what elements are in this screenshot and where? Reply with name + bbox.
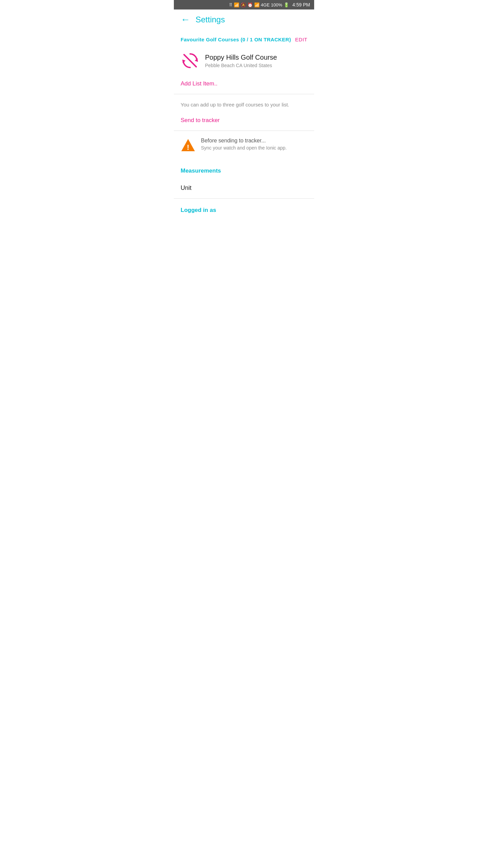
send-to-tracker-button[interactable]: Send to tracker <box>174 112 314 131</box>
course-location: Pebble Beach CA United States <box>205 63 307 68</box>
favourite-courses-section-header: Favourite Golf Courses (0 / 1 ON TRACKER… <box>174 30 314 46</box>
page-title: Settings <box>196 15 225 24</box>
status-icons: ⠿ 📶 🔕 ⏰ 📶 4GE 100% 🔋 <box>229 2 289 7</box>
golf-course-info-text: You can add up to three golf courses to … <box>174 94 314 112</box>
favourite-courses-title: Favourite Golf Courses (0 / 1 ON TRACKER… <box>181 37 291 42</box>
measurements-title: Measurements <box>181 167 221 174</box>
bluetooth-icon: 📶 <box>234 2 239 7</box>
warning-content: Before sending to tracker... Sync your w… <box>201 138 307 151</box>
battery-percent: 100% <box>271 2 282 7</box>
unit-row[interactable]: Unit <box>174 178 314 199</box>
warning-icon: ! <box>181 138 196 154</box>
alarm-icon: ⏰ <box>247 2 253 7</box>
logged-in-title: Logged in as <box>181 207 216 213</box>
status-bar: ⠿ 📶 🔕 ⏰ 📶 4GE 100% 🔋 4:59 PM <box>174 0 314 9</box>
warning-box: ! Before sending to tracker... Sync your… <box>174 131 314 161</box>
dots-icon: ⠿ <box>229 2 232 7</box>
logged-in-section: Logged in as <box>174 199 314 217</box>
not-synced-icon <box>181 51 200 70</box>
add-list-item-button[interactable]: Add List Item.. <box>174 77 314 94</box>
signal-icon: 4GE <box>261 2 270 7</box>
mute-icon: 🔕 <box>241 2 246 7</box>
course-item: Poppy Hills Golf Course Pebble Beach CA … <box>174 46 314 77</box>
edit-button[interactable]: EDIT <box>295 37 307 42</box>
status-time: 4:59 PM <box>292 2 310 7</box>
back-button[interactable]: ← <box>181 15 190 24</box>
battery-icon: 🔋 <box>284 2 289 7</box>
measurements-section: Measurements <box>174 161 314 178</box>
svg-line-2 <box>184 55 196 67</box>
warning-title: Before sending to tracker... <box>201 138 307 144</box>
course-info: Poppy Hills Golf Course Pebble Beach CA … <box>205 54 307 68</box>
svg-text:!: ! <box>187 143 189 152</box>
wifi-icon: 📶 <box>254 2 260 7</box>
course-name: Poppy Hills Golf Course <box>205 54 307 61</box>
warning-subtitle: Sync your watch and open the Ionic app. <box>201 145 307 151</box>
header: ← Settings <box>174 9 314 30</box>
